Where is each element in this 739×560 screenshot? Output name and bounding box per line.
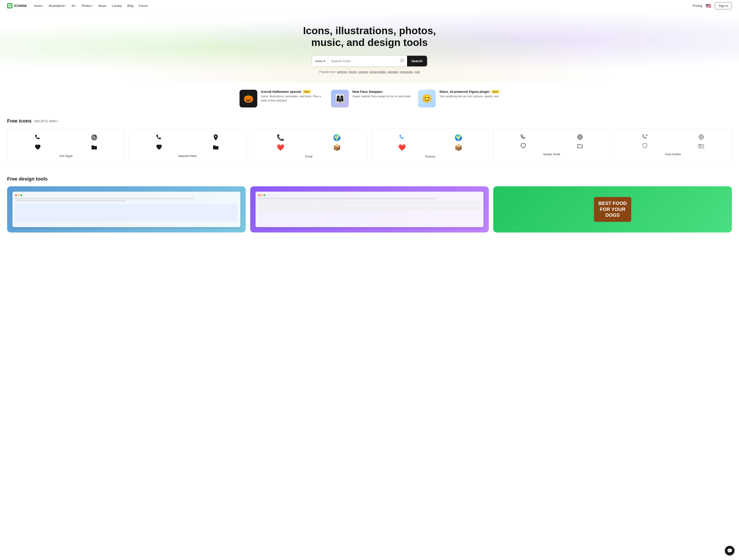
popular-link-calendar[interactable]: calendar (387, 70, 398, 73)
design-tools-header: Free design tools (7, 176, 732, 182)
material-phone-icon (132, 134, 186, 141)
dot-yellow-2 (261, 194, 263, 196)
simple-phone-icon (496, 134, 550, 140)
popular-link-phone[interactable]: phone (348, 70, 356, 73)
fluency-label: Fluency (375, 155, 485, 158)
icon-style-fluency[interactable]: 🌍 ❤️ 📦 Fluency (371, 128, 489, 162)
icon-style-material-filled[interactable]: Material Filled (128, 128, 246, 162)
cute-heart-icon (618, 143, 672, 149)
hero-content: Icons, illustrations, photos, music, and… (7, 25, 732, 73)
simple-folder-icon (553, 143, 607, 149)
nav-item-forum[interactable]: Forum (137, 3, 150, 9)
ios-glyph-folder-icon (67, 144, 121, 151)
design-tool-lunacy[interactable] (7, 186, 246, 232)
chevron-down-icon: ▾ (323, 59, 325, 63)
tool-preview (15, 204, 238, 222)
design-tool-dog-food[interactable]: 🐕 BEST FOODFOR YOURDOGS (493, 186, 732, 232)
promo-image-halloween: 🎃 (240, 90, 257, 108)
emoji-globe-icon: 🌍 (310, 134, 364, 141)
svg-rect-3 (10, 6, 11, 7)
hero-section: Icons, illustrations, photos, music, and… (0, 12, 739, 82)
fluency-folder-icon: 📦 (432, 144, 485, 151)
material-filled-icons (132, 134, 243, 151)
chevron-down-icon: ▾ (92, 4, 93, 7)
design-tools-grid: 🐕 BEST FOODFOR YOURDOGS (7, 186, 732, 232)
nav-links: Icons ▾ Illustrations ▾ AI ▾ Photos ▾ Mu… (32, 3, 150, 9)
logo[interactable]: ICONS8 (7, 3, 27, 8)
flag-icon[interactable]: 🇺🇸 (706, 3, 711, 8)
emoji-icons: 📞 🌍 ❤️ 📦 (254, 134, 364, 151)
svg-rect-0 (8, 4, 10, 6)
promo-text-halloween: Icons8 Halloween special New Icons, illu… (261, 90, 324, 103)
badge-new: New (303, 90, 311, 94)
hero-title: Icons, illustrations, photos, music, and… (7, 25, 732, 48)
ios-glyph-phone-icon (11, 134, 65, 141)
material-filled-label: Material Filled (132, 154, 243, 158)
free-design-tools-section: Free design tools (0, 169, 739, 239)
nav-item-blog[interactable]: Blog (125, 3, 136, 9)
icon-style-ios-glyph[interactable]: iOS Glyph (7, 128, 125, 162)
promo-title-face-swapper: New Face Swapper (352, 90, 411, 94)
dot-green (20, 194, 22, 196)
nav-item-ai[interactable]: AI ▾ (69, 3, 79, 9)
brand-name: ICONS8 (14, 4, 27, 8)
sign-in-button[interactable]: Sign in (715, 2, 732, 9)
badge-new-steez: New (491, 90, 499, 94)
icons8-window (256, 192, 483, 227)
promo-desc-halloween: Icons, illustrations, templates, and too… (261, 95, 324, 103)
search-input[interactable] (328, 56, 397, 66)
promo-image-face-swapper: 👩‍👩‍👧 (331, 90, 349, 108)
nav-item-music[interactable]: Music (96, 3, 109, 9)
popular-link-messages[interactable]: messages (400, 70, 413, 73)
fluency-icons: 🌍 ❤️ 📦 (375, 134, 485, 151)
svg-point-5 (402, 60, 403, 61)
lunacy-window (12, 192, 241, 227)
emoji-heart-icon: ❤️ (254, 144, 307, 151)
dot-green-2 (264, 194, 265, 196)
promo-title-steez: Steez. AI-powered Figma plugin New (439, 90, 499, 94)
nav-item-icons[interactable]: Icons ▾ (32, 3, 45, 9)
popular-link-mail[interactable]: mail (414, 70, 420, 73)
promo-text-face-swapper: New Face Swapper Super realistic face sw… (352, 90, 411, 99)
fluency-globe-icon: 🌍 (432, 134, 485, 141)
camera-search-icon[interactable] (397, 58, 407, 64)
promo-text-steez: Steez. AI-powered Figma plugin New Turn … (439, 90, 499, 99)
popular-link-camera[interactable]: camera (358, 70, 368, 73)
design-tools-title: Free design tools (7, 176, 47, 182)
see-all-styles-link[interactable]: See all 51 styles › (34, 119, 59, 123)
dog-food-text: BEST FOODFOR YOURDOGS (598, 200, 627, 218)
popular-link-settings[interactable]: settings (337, 70, 347, 73)
icon-style-emoji[interactable]: 📞 🌍 ❤️ 📦 Emoji (250, 128, 368, 162)
promo-card-face-swapper[interactable]: 👩‍👩‍👧 New Face Swapper Super realistic f… (331, 90, 411, 108)
emoji-label: Emoji (254, 155, 364, 158)
search-button[interactable]: Search (407, 56, 427, 66)
chevron-down-icon: ▾ (42, 4, 43, 7)
icon-style-simple-small[interactable]: Simple Small (492, 128, 610, 162)
nav-item-illustrations[interactable]: Illustrations ▾ (46, 3, 68, 9)
emoji-phone-icon: 📞 (254, 134, 307, 141)
nav-item-photos[interactable]: Photos ▾ (79, 3, 95, 9)
icon-style-cute-outline[interactable]: Cute Outline (614, 128, 732, 162)
content-line-short (15, 200, 126, 201)
cute-phone-icon (618, 134, 672, 140)
svg-point-9 (95, 136, 96, 137)
popular-link-social-media[interactable]: social-media (369, 70, 386, 73)
nav-item-lunacy[interactable]: Lunacy (110, 3, 124, 9)
search-bar: Icons ▾ Search (312, 55, 427, 66)
promo-card-halloween[interactable]: 🎃 Icons8 Halloween special New Icons, il… (240, 90, 324, 108)
window-controls (15, 194, 238, 196)
navbar-right: Pricing 🇺🇸 Sign in (693, 2, 732, 9)
promo-card-steez[interactable]: 😊 Steez. AI-powered Figma plugin New Tur… (418, 90, 499, 108)
simple-globe-icon (553, 134, 607, 140)
chevron-right-icon: › (57, 119, 59, 123)
svg-rect-17 (699, 145, 704, 148)
design-tool-icons8-app[interactable] (250, 186, 489, 232)
promo-image-steez: 😊 (418, 90, 436, 108)
free-icons-header: Free icons See all 51 styles › (7, 118, 732, 124)
search-type-dropdown[interactable]: Icons ▾ (312, 56, 328, 66)
pricing-link[interactable]: Pricing (693, 4, 702, 8)
ios-glyph-label: iOS Glyph (11, 154, 121, 158)
fluency-phone-icon (375, 134, 429, 141)
window-controls-2 (258, 194, 481, 196)
promo-title-halloween: Icons8 Halloween special New (261, 90, 324, 94)
